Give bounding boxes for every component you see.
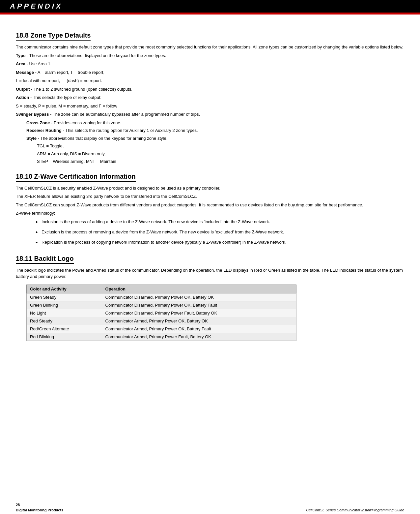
cell-color: Green Steady: [27, 293, 102, 301]
footer-right: CellComSL Series Communicator Install/Pr…: [306, 508, 404, 512]
bullet-dot-3: •: [36, 239, 42, 247]
zwave-terminology: Z-Wave terminology:: [16, 210, 404, 217]
section-18-11-heading: 18.11 Backlit Logo: [16, 255, 404, 264]
message-item2: L = local with no report, — (dash) = no …: [16, 77, 404, 84]
action-text: - This selects the type of relay output:: [29, 95, 101, 100]
section-18-8-intro: The communicator contains nine default z…: [16, 44, 404, 50]
footer-page: 28: [16, 503, 20, 507]
message-label: Message: [16, 70, 34, 75]
receiver-text: - This selects the routing option for Au…: [62, 128, 198, 133]
col-header-operation: Operation: [102, 285, 296, 293]
area-item: Area - Use Area 1.: [16, 61, 404, 67]
style-step: STEP = Wireless arming, MNT = Maintain: [37, 158, 404, 165]
message-item: Message - A = alarm report, T = trouble …: [16, 69, 404, 76]
footer: Digital Monitoring Products CellComSL Se…: [0, 506, 420, 514]
table-row: No LightCommunicator Disarmed, Primary P…: [27, 309, 296, 317]
cell-operation: Communicator Armed, Primary Power Fault,…: [102, 333, 296, 341]
cell-operation: Communicator Armed, Primary Power OK, Ba…: [102, 325, 296, 333]
footer-left: Digital Monitoring Products: [16, 508, 63, 512]
header: APPENDIX: [0, 0, 420, 13]
style-text: - The abbreviations that display on the …: [37, 136, 167, 141]
bullet-text-2: Exclusion is the process of removing a d…: [42, 229, 404, 236]
style-item: Style - The abbreviations that display o…: [26, 135, 404, 142]
section-18-8-heading: 18.8 Zone Type Defaults: [16, 32, 404, 41]
type-item: Type - These are the abbreviations displ…: [16, 52, 404, 59]
table-row: Red/Green AlternateCommunicator Armed, P…: [27, 325, 296, 333]
action-item2: S = steady, P = pulse, M = momentary, an…: [16, 103, 404, 109]
main-content: 18.8 Zone Type Defaults The communicator…: [0, 15, 420, 361]
bullet-replication: • Replication is the process of copying …: [36, 239, 404, 247]
cell-operation: Communicator Armed, Primary Power OK, Ba…: [102, 317, 296, 325]
action-text2: S = steady, P = pulse, M = momentary, an…: [16, 104, 117, 108]
table-row: Green SteadyCommunicator Disarmed, Prima…: [27, 293, 296, 301]
section-18-10: 18.10 Z-Wave Certification Information T…: [16, 173, 404, 247]
table-header-row: Color and Activity Operation: [27, 285, 296, 293]
appendix-title: APPENDIX: [10, 2, 63, 11]
crosszone-item: Cross Zone - Provides cross zoning for t…: [26, 120, 404, 126]
zwave-para3: The CellComSLCZ can support Z-Wave produ…: [16, 202, 404, 208]
bullet-text-3: Replication is the process of copying ne…: [42, 239, 404, 247]
swinger-text: - The zone can be automatically bypassed…: [49, 112, 200, 117]
style-arm: ARM = Arm only, DIS = Disarm only,: [37, 151, 404, 157]
type-text: - These are the abbreviations displayed …: [25, 53, 166, 58]
style-tgl: TGL = Toggle,: [37, 143, 404, 149]
cell-color: Red/Green Alternate: [27, 325, 102, 333]
bullet-dot-2: •: [36, 229, 42, 236]
cell-color: Green Blinking: [27, 301, 102, 309]
table-body: Green SteadyCommunicator Disarmed, Prima…: [27, 293, 296, 341]
swinger-label: Swinger Bypass: [16, 112, 49, 117]
bullet-dot-1: •: [36, 219, 42, 226]
zwave-para2: The XFER feature allows an existing 3rd …: [16, 193, 404, 200]
cell-operation: Communicator Disarmed, Primary Power OK,…: [102, 301, 296, 309]
type-label: Type: [16, 53, 25, 58]
backlit-para: The backlit logo indicates the Power and…: [16, 267, 404, 280]
bullet-exclusion: • Exclusion is the process of removing a…: [36, 229, 404, 236]
message-text: - A = alarm report, T = trouble report,: [34, 70, 104, 75]
col-header-color: Color and Activity: [27, 285, 102, 293]
table-row: Green BlinkingCommunicator Disarmed, Pri…: [27, 301, 296, 309]
area-label: Area: [16, 61, 25, 66]
action-label: Action: [16, 95, 29, 100]
cell-color: Red Blinking: [27, 333, 102, 341]
crosszone-text: - Provides cross zoning for this zone.: [50, 120, 122, 125]
receiver-label: Receiver Routing: [26, 128, 62, 133]
backlit-table: Color and Activity Operation Green Stead…: [26, 285, 296, 341]
section-18-8: 18.8 Zone Type Defaults The communicator…: [16, 32, 404, 165]
table-row: Red SteadyCommunicator Armed, Primary Po…: [27, 317, 296, 325]
backlit-table-wrapper: Color and Activity Operation Green Stead…: [26, 285, 404, 341]
zwave-para1: The CellComSLCZ is a security enabled Z-…: [16, 185, 404, 192]
cell-operation: Communicator Disarmed, Primary Power OK,…: [102, 293, 296, 301]
message-text2: L = local with no report, — (dash) = no …: [16, 78, 102, 83]
cell-color: No Light: [27, 309, 102, 317]
cell-color: Red Steady: [27, 317, 102, 325]
cell-operation: Communicator Disarmed, Primary Power Fau…: [102, 309, 296, 317]
receiver-item: Receiver Routing - This selects the rout…: [26, 127, 404, 134]
output-item: Output - The 1 to 2 switched ground (ope…: [16, 86, 404, 93]
area-text: - Use Area 1.: [25, 61, 51, 66]
section-18-11: 18.11 Backlit Logo The backlit logo indi…: [16, 255, 404, 341]
crosszone-label: Cross Zone: [26, 120, 50, 125]
swinger-item: Swinger Bypass - The zone can be automat…: [16, 111, 404, 118]
section-18-10-heading: 18.10 Z-Wave Certification Information: [16, 173, 404, 182]
table-row: Red BlinkingCommunicator Armed, Primary …: [27, 333, 296, 341]
bullet-inclusion: • Inclusion is the process of adding a d…: [36, 219, 404, 226]
zwave-bullets: • Inclusion is the process of adding a d…: [36, 219, 404, 247]
bullet-text-1: Inclusion is the process of adding a dev…: [42, 219, 404, 226]
action-item: Action - This selects the type of relay …: [16, 94, 404, 101]
style-label: Style: [26, 136, 37, 141]
output-label: Output: [16, 87, 30, 92]
output-text: - The 1 to 2 switched ground (open colle…: [30, 87, 132, 92]
